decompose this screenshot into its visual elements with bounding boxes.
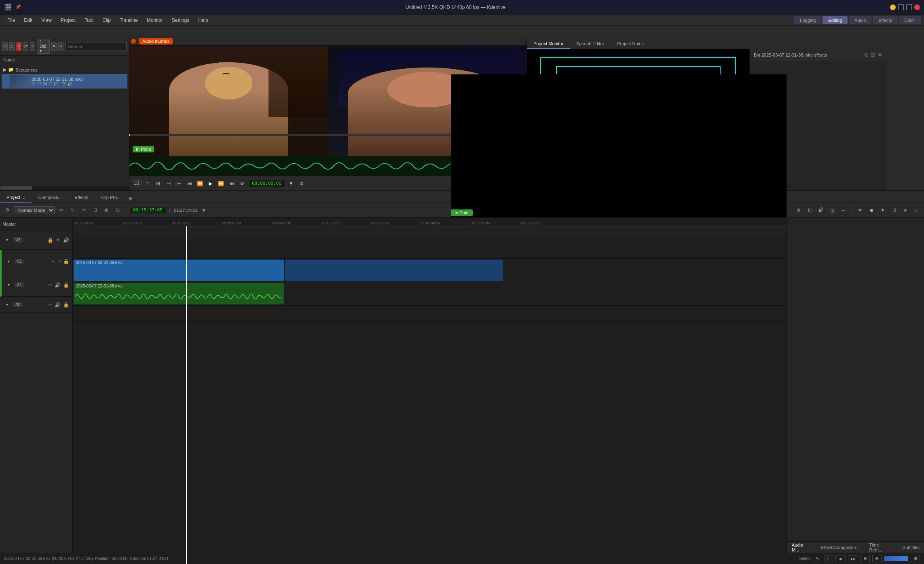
step-back-button[interactable]: ⏪ [196,179,205,188]
v1-collapse-button[interactable]: ▾ [4,257,13,266]
tl-star-button[interactable]: ★ [855,205,865,215]
tab-logging[interactable]: Logging [794,16,821,24]
tl-resize-button[interactable]: ⊞ [793,205,803,215]
tl-group-button[interactable]: ⊞ [101,205,111,215]
status-fullscreen-button[interactable]: ⊞ [911,555,920,562]
tab-audio-mixer[interactable]: Audio M... [787,541,816,554]
v1-clip-main[interactable]: 2025-03-07 22-31-38.mkv [74,260,284,281]
tab-compositing[interactable]: Compositi... [32,193,68,203]
tab-audio[interactable]: Audio [849,16,871,24]
project-filter2-button[interactable]: ≡ [58,42,63,51]
status-zoom-out-button[interactable]: ⊖ [872,555,882,562]
tab-editing[interactable]: Editing [823,16,848,24]
a1-lock-icon[interactable]: 🔒 [62,281,70,289]
tl-select-button[interactable]: ↖ [68,205,77,215]
tl-preview-button[interactable]: □ [912,205,922,215]
menu-settings[interactable]: Settings [168,16,193,24]
menu-edit[interactable]: Edit [20,16,36,24]
project-list-button[interactable]: ≡ [30,42,35,51]
more-tabs-button[interactable]: ▶ [127,194,135,203]
tab-time-remap[interactable]: Time Rem... [865,541,898,554]
project-delete-button[interactable]: ✕ [16,42,21,51]
rewind-button[interactable]: ⏮ [185,179,194,188]
tl-razor-button[interactable]: ✂ [56,205,66,215]
close-button[interactable] [914,4,920,10]
tab-clip-properties[interactable]: Clip Pro... [95,193,127,203]
status-next-button[interactable]: ⏭ [848,555,858,562]
tab-project-bin[interactable]: Project ... [0,193,32,203]
project-tag-button[interactable]: 🏷 [23,42,28,51]
a2-razorblade-icon[interactable]: ✂ [47,301,53,308]
effects-eye-icon[interactable]: 👁 [877,52,883,58]
tab-effects-mid[interactable]: Effects [68,193,95,203]
project-settings-button[interactable]: ⚙ [2,42,8,51]
tab-effect-composition[interactable]: Effect/Compositio... [816,543,864,551]
settings-button[interactable]: ≡ [297,179,306,188]
a1-razorblade-icon[interactable]: ✂ [47,281,53,289]
a1-clip-main[interactable]: 2025-03-07 22-31-38.mkv [74,283,284,304]
tl-audio-button[interactable]: 🔊 [816,205,826,215]
jobs-button[interactable]: 1 Job ▾ [37,39,50,54]
tl-record-button[interactable]: ⏺ [867,205,876,215]
zoom-button[interactable]: ⊞ [154,179,163,188]
minimize-button[interactable] [890,4,896,10]
a2-speaker-icon[interactable]: 🔊 [54,301,61,308]
v2-eye-icon[interactable]: 👁 [55,237,61,244]
sequences-folder[interactable]: ▶ 📁 Sequences [2,66,127,74]
time-options-button[interactable]: ▼ [287,179,296,188]
effects-copy-icon[interactable]: ⧉ [865,52,868,58]
ratio-select[interactable]: 1:1 [132,180,142,186]
a2-collapse-button[interactable]: ▾ [2,300,11,309]
tl-monitor-button[interactable]: ⊡ [889,205,899,215]
menu-project[interactable]: Project [57,16,80,24]
tl-vol-button[interactable]: ||| [827,205,837,215]
v2-collapse-button[interactable]: ▾ [2,236,11,245]
v1-lock2-icon[interactable]: □ [57,258,61,265]
tab-effects[interactable]: Effects [873,16,897,24]
tab-subtitles[interactable]: Subtitles [898,543,924,551]
tl-ungroup-button[interactable]: ⊟ [113,205,123,215]
mode-select[interactable]: Normal Mode [14,206,55,214]
tl-record-options-button[interactable]: ▼ [878,205,888,215]
tl-dropdown-button[interactable]: ▼ [199,205,209,215]
clip-scrub-handle[interactable] [129,134,130,136]
menu-tool[interactable]: Tool [80,16,97,24]
project-view-button[interactable]: □ [9,42,15,51]
search-input[interactable] [65,42,127,51]
maximize-button[interactable] [906,4,912,10]
crop-button[interactable]: □ [143,179,152,188]
tl-spacer-button[interactable]: ⊡ [90,205,100,215]
tl-settings-button[interactable]: ⚙ [2,205,12,215]
in-point-button[interactable]: ⊣ [164,179,173,188]
menu-view[interactable]: View [37,16,56,24]
a1-collapse-button[interactable]: ▾ [4,281,13,289]
status-clip-button[interactable]: □ [825,555,833,562]
play-button[interactable]: ▶ [206,179,215,188]
tab-project-notes[interactable]: Project Notes [611,39,650,49]
timeline-current-time[interactable]: 00:35:37:05 [129,206,166,214]
tl-pan-button[interactable]: ↔ [839,205,848,215]
project-scrollbar[interactable] [0,186,129,190]
tl-cut-button[interactable]: ✂ [79,205,89,215]
tl-view-button[interactable]: ≡ [901,205,910,215]
tab-color[interactable]: Color [899,16,921,24]
a2-lock-icon[interactable]: 🔒 [62,301,70,308]
v1-clip-secondary[interactable] [285,260,503,281]
out-point-button[interactable]: ⊢ [175,179,184,188]
menu-monitor[interactable]: Monitor [143,16,167,24]
v1-lock-icon[interactable]: 🔒 [62,258,70,265]
menu-help[interactable]: Help [194,16,212,24]
tab-project-monitor[interactable]: Project Monitor [527,39,570,49]
a1-speaker-icon[interactable]: 🔊 [54,281,61,289]
pin-icon[interactable]: 📌 [15,4,21,10]
project-filter-button[interactable]: ▼ [51,42,57,51]
effects-grid-icon[interactable]: ⊞ [871,52,875,58]
tl-track-button[interactable]: ⊡ [805,205,814,215]
v2-audio-icon[interactable]: 🔊 [62,237,70,244]
clip-item[interactable]: 2025-03-07 22-31-38.mkv 01:27:34:21 [2] … [2,74,127,89]
window-buttons[interactable] [890,4,920,10]
restore-button[interactable] [898,4,904,10]
step-forward-button[interactable]: ⏩ [217,179,226,188]
status-zoom-in-button[interactable]: ⊕ [861,555,870,562]
menu-timeline[interactable]: Timeline [116,16,142,24]
